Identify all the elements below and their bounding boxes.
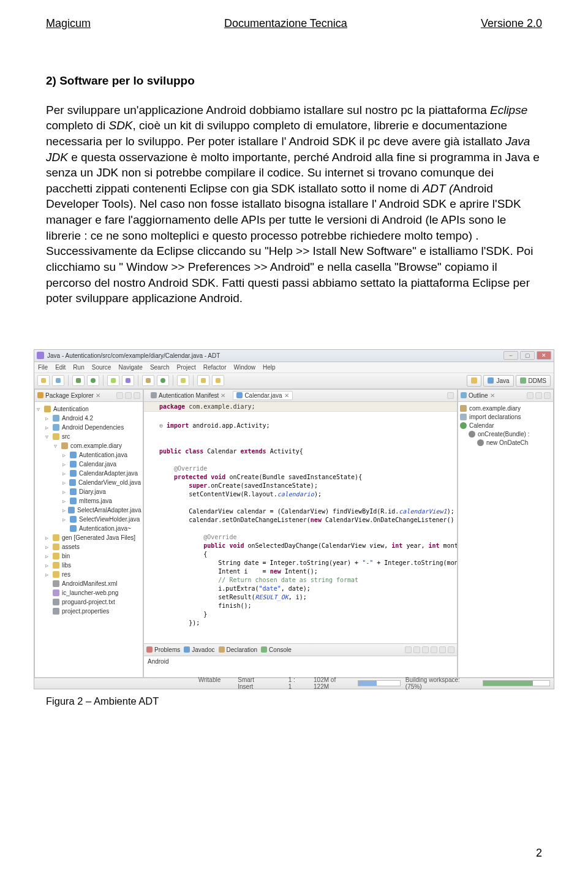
menu-project[interactable]: Project — [177, 364, 196, 371]
bottom-tab-declaration[interactable]: Declaration — [219, 646, 258, 653]
console-action-icon[interactable] — [405, 646, 412, 653]
toolbar-search-button[interactable] — [177, 375, 189, 386]
ide-titlebar[interactable]: Java - Autentication/src/com/example/dia… — [34, 350, 554, 362]
tree-item[interactable]: ▹libs — [37, 561, 141, 570]
menu-window[interactable]: Window — [233, 364, 255, 371]
toolbar-avd-button[interactable] — [122, 375, 134, 386]
package-explorer-tab[interactable]: Package Explorer✕ — [37, 392, 100, 399]
toolbar-save-button[interactable] — [52, 375, 64, 386]
editor-tab[interactable]: Autentication Manifest ✕ — [147, 391, 229, 400]
view-menu-icon[interactable] — [134, 392, 140, 399]
bottom-tab-console[interactable]: Console — [261, 646, 292, 653]
outline-filter-icon[interactable] — [535, 392, 542, 399]
console-action-icon[interactable] — [413, 646, 420, 653]
section-heading: 2) Software per lo sviluppo — [46, 73, 542, 89]
link-editor-icon[interactable] — [125, 392, 132, 399]
editor-maximize-icon[interactable] — [447, 392, 454, 399]
status-task: Building workspace: (75%) — [405, 676, 478, 690]
figure-caption: Figura 2 – Ambiente ADT — [0, 689, 588, 707]
perspective-java[interactable]: Java — [483, 375, 513, 387]
menu-navigate[interactable]: Navigate — [118, 364, 142, 371]
console-output: Android — [144, 656, 457, 677]
header-right: Versione 2.0 — [481, 17, 542, 30]
tree-item[interactable]: ▿src — [37, 432, 141, 441]
tree-item[interactable]: ▹assets — [37, 542, 141, 551]
menu-run[interactable]: Run — [73, 364, 84, 371]
toolbar-new-package-button[interactable] — [142, 375, 154, 386]
toolbar-new-button[interactable] — [37, 375, 50, 386]
toolbar-back-button[interactable] — [197, 375, 209, 386]
menu-file[interactable]: File — [38, 364, 48, 371]
code-editor[interactable]: package com.example.diary; ⊕ import andr… — [144, 402, 457, 643]
tree-item[interactable]: AndroidManifest.xml — [37, 579, 141, 588]
console-action-icon[interactable] — [448, 646, 454, 653]
menu-source[interactable]: Source — [92, 364, 111, 371]
console-action-icon[interactable] — [439, 646, 446, 653]
menu-help[interactable]: Help — [263, 364, 276, 371]
tree-item[interactable]: proguard-project.txt — [37, 597, 141, 607]
tree-item[interactable]: ▹CalendarAdapter.java — [37, 469, 141, 478]
console-action-icon[interactable] — [431, 646, 437, 653]
tree-item[interactable]: ▹Android 4.2 — [37, 414, 141, 423]
window-title: Java - Autentication/src/com/example/dia… — [47, 352, 220, 359]
outline-view: Outline✕ com.example.diaryimport declara… — [458, 389, 554, 678]
tree-item[interactable]: ▹res — [37, 570, 141, 579]
outline-sort-icon[interactable] — [527, 392, 533, 399]
memory-progress — [358, 680, 401, 686]
menu-edit[interactable]: Edit — [55, 364, 66, 371]
tree-item[interactable]: ▹SelectArralAdapter.java — [37, 506, 141, 515]
page-header: Magicum Documentazione Tecnica Versione … — [0, 0, 588, 30]
status-bar: Writable Smart Insert 1 : 1 102M of 122M… — [34, 678, 554, 689]
outline-item[interactable]: onCreate(Bundle) : — [460, 430, 551, 439]
task-progress — [483, 680, 550, 686]
tree-item[interactable]: ▹Autentication.java — [37, 450, 141, 460]
tree-item[interactable]: ic_launcher-web.png — [37, 588, 141, 597]
tree-item[interactable]: project.properties — [37, 607, 141, 616]
status-writable: Writable — [198, 676, 221, 690]
package-explorer-view: Package Explorer✕ ▿Autentication▹Android… — [34, 389, 143, 678]
bottom-tab-javadoc[interactable]: Javadoc — [184, 646, 214, 653]
menu-search[interactable]: Search — [150, 364, 170, 371]
close-button[interactable]: ✕ — [537, 351, 551, 360]
toolbar-new-class-button[interactable] — [157, 375, 169, 386]
page-number: 2 — [536, 847, 542, 860]
tree-item[interactable]: ▹mItems.java — [37, 496, 141, 506]
outline-item[interactable]: import declarations — [460, 413, 551, 422]
tree-item[interactable]: ▹bin — [37, 551, 141, 561]
tree-item[interactable]: ▹Android Dependencies — [37, 423, 141, 432]
toolbar-android-sdk-button[interactable] — [107, 375, 119, 386]
maximize-button[interactable]: ▢ — [520, 351, 535, 360]
outline-item[interactable]: Calendar — [460, 422, 551, 430]
toolbar-forward-button[interactable] — [212, 375, 224, 386]
toolbar-run-button[interactable] — [87, 375, 99, 386]
tree-item[interactable]: ▹SelectViewHolder.java — [37, 515, 141, 524]
tree-item[interactable]: ▹Diary.java — [37, 487, 141, 496]
header-center: Documentazione Tecnica — [224, 17, 347, 30]
ide-window: Java - Autentication/src/com/example/dia… — [34, 349, 554, 689]
outline-item[interactable]: new OnDateCh — [460, 439, 551, 447]
header-left: Magicum — [46, 17, 91, 30]
tree-item[interactable]: ▹CalendarView_old.java — [37, 478, 141, 487]
console-action-icon[interactable] — [422, 646, 429, 653]
outline-item[interactable]: com.example.diary — [460, 404, 551, 413]
tree-item[interactable]: Autentication.java~ — [37, 524, 141, 533]
tree-item[interactable]: ▿Autentication — [37, 404, 141, 414]
toolbar: JavaDDMS — [34, 373, 554, 389]
tree-item[interactable]: ▿com.example.diary — [37, 441, 141, 450]
outline-tab[interactable]: Outline✕ — [461, 392, 495, 399]
menu-refactor[interactable]: Refactor — [203, 364, 227, 371]
tree-item[interactable]: ▹gen [Generated Java Files] — [37, 533, 141, 542]
toolbar-debug-button[interactable] — [72, 375, 85, 386]
bottom-panel: ProblemsJavadocDeclarationConsole Androi… — [143, 644, 458, 678]
open-perspective-button[interactable] — [467, 375, 481, 387]
collapse-all-icon[interactable] — [116, 392, 123, 399]
minimize-button[interactable]: – — [503, 351, 518, 360]
outline-menu-icon[interactable] — [544, 392, 551, 399]
tree-item[interactable]: ▹Calendar.java — [37, 460, 141, 469]
article-body: 2) Software per lo sviluppo Per sviluppa… — [0, 30, 588, 306]
status-cursor-pos: 1 : 1 — [288, 676, 300, 690]
perspective-ddms[interactable]: DDMS — [516, 375, 551, 387]
bottom-tab-problems[interactable]: Problems — [146, 646, 180, 653]
app-icon — [37, 352, 44, 359]
editor-tab[interactable]: Calendar.java ✕ — [233, 391, 292, 400]
